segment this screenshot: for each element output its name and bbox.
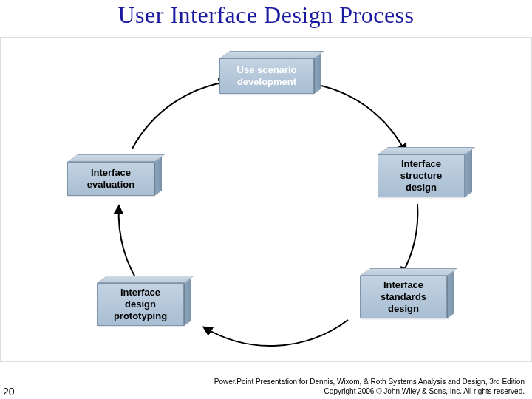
- node-standards-design: Interfacestandardsdesign: [360, 268, 456, 320]
- node-label-evaluation: Interfaceevaluation: [67, 162, 154, 196]
- node-label-use-scenario: Use scenariodevelopment: [219, 58, 314, 94]
- node-label-design-prototyping: Interfacedesignprototyping: [97, 283, 184, 326]
- footer: Power.Point Presentation for Dennis, Wix…: [214, 378, 525, 396]
- node-label-standards-design: Interfacestandardsdesign: [360, 276, 447, 318]
- footer-line-1: Power.Point Presentation for Dennis, Wix…: [214, 378, 525, 387]
- node-evaluation: Interfaceevaluation: [67, 154, 163, 197]
- node-use-scenario: Use scenariodevelopment: [219, 51, 323, 95]
- cycle-diagram: Use scenariodevelopment Interfacestructu…: [0, 37, 532, 362]
- node-label-structure-design: Interfacestructuredesign: [378, 154, 465, 197]
- node-structure-design: Interfacestructuredesign: [378, 147, 474, 199]
- footer-line-2: Copyright 2006 © John Wiley & Sons, Inc.…: [214, 387, 525, 397]
- slide: User Interface Design Process: [0, 0, 532, 399]
- page-number: 20: [3, 386, 15, 398]
- node-design-prototyping: Interfacedesignprototyping: [97, 276, 193, 327]
- slide-title: User Interface Design Process: [0, 1, 532, 29]
